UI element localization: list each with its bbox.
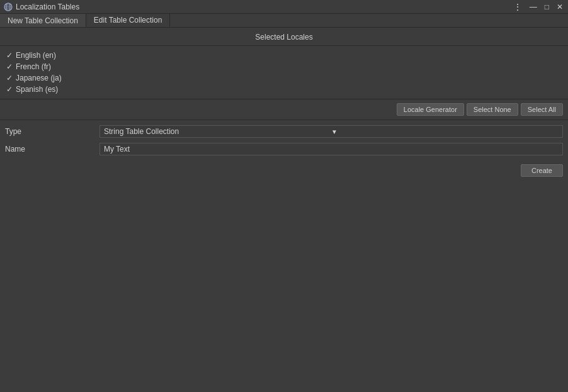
locale-item-fr[interactable]: ✓ French (fr) [6, 61, 562, 72]
more-options-icon[interactable]: ⋮ [511, 2, 525, 12]
dropdown-arrow-icon: ▼ [331, 128, 559, 135]
locale-generator-button[interactable]: Locale Generator [397, 103, 464, 116]
locale-check-ja: ✓ [6, 74, 13, 82]
locale-label-en: English (en) [16, 51, 56, 60]
selected-locales-header: Selected Locales [0, 28, 568, 46]
title-bar-left: Localization Tables [4, 3, 79, 11]
close-button[interactable]: ✕ [554, 2, 565, 12]
locale-label-es: Spanish (es) [16, 85, 58, 94]
tab-edit-table-collection[interactable]: Edit Table Collection [86, 14, 171, 27]
locale-check-es: ✓ [6, 85, 13, 94]
locale-label-fr: French (fr) [16, 62, 51, 71]
type-label: Type [5, 127, 99, 136]
type-field[interactable]: String Table Collection ▼ [99, 125, 563, 138]
type-dropdown-value: String Table Collection [104, 127, 331, 136]
name-input[interactable] [99, 143, 563, 155]
type-dropdown[interactable]: String Table Collection ▼ [99, 125, 563, 138]
maximize-button[interactable]: □ [542, 2, 552, 12]
locale-check-fr: ✓ [6, 62, 13, 71]
locale-item-en[interactable]: ✓ English (en) [6, 50, 562, 61]
window-icon [4, 3, 13, 11]
tab-bar: New Table Collection Edit Table Collecti… [0, 14, 568, 28]
name-row: Name [0, 140, 568, 158]
title-bar: Localization Tables ⋮ — □ ✕ [0, 0, 568, 14]
locale-check-en: ✓ [6, 51, 13, 60]
locale-item-ja[interactable]: ✓ Japanese (ja) [6, 72, 562, 84]
main-content: Selected Locales ✓ English (en) ✓ French… [0, 28, 568, 181]
locale-label-ja: Japanese (ja) [16, 74, 62, 82]
select-none-button[interactable]: Select None [467, 103, 518, 116]
create-button[interactable]: Create [521, 164, 563, 177]
name-label: Name [5, 145, 99, 154]
create-row: Create [0, 160, 568, 181]
type-row: Type String Table Collection ▼ [0, 123, 568, 140]
select-all-button[interactable]: Select All [521, 103, 563, 116]
minimize-button[interactable]: — [527, 2, 540, 12]
title-bar-controls: ⋮ — □ ✕ [511, 2, 565, 12]
locale-buttons: Locale Generator Select None Select All [0, 99, 568, 120]
locales-list: ✓ English (en) ✓ French (fr) ✓ Japanese … [0, 46, 568, 99]
form-section: Type String Table Collection ▼ Name [0, 120, 568, 160]
name-field[interactable] [99, 143, 563, 155]
window-title: Localization Tables [16, 3, 79, 11]
tab-new-table-collection[interactable]: New Table Collection [0, 14, 86, 27]
locale-item-es[interactable]: ✓ Spanish (es) [6, 84, 562, 95]
